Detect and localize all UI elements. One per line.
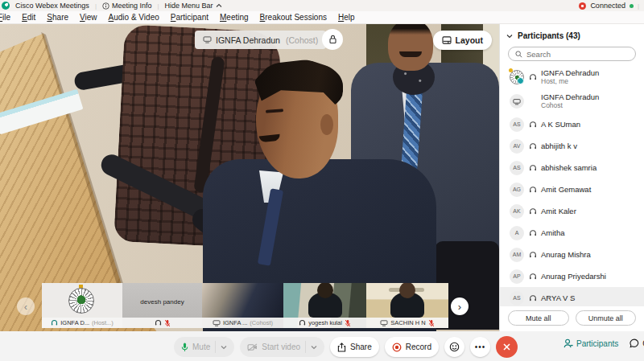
webex-logo-icon bbox=[2, 2, 10, 10]
participant-row[interactable]: AP Anurag Priyedarshi bbox=[500, 265, 644, 287]
lock-icon bbox=[328, 35, 337, 44]
info-icon bbox=[102, 2, 109, 10]
chevron-down-icon[interactable] bbox=[311, 345, 317, 350]
chevron-down-icon[interactable] bbox=[221, 345, 227, 350]
participant-row[interactable]: AM Anurag Mishra bbox=[500, 244, 644, 265]
menu-participant[interactable]: Participant bbox=[165, 13, 214, 22]
participant-avatar: AP bbox=[510, 269, 524, 284]
participants-panel: Participants (43) Search IGNFA DehradunH… bbox=[499, 24, 644, 331]
titlebar-separator: | bbox=[157, 2, 159, 10]
participant-search-input[interactable]: Search bbox=[508, 47, 636, 61]
participant-row[interactable]: AK Amit Kaler bbox=[500, 200, 644, 222]
filmstrip-prev-button[interactable]: ‹ bbox=[17, 297, 35, 315]
video-thumbnail[interactable]: yogesh kulal bbox=[283, 283, 366, 328]
chevron-up-icon bbox=[216, 3, 222, 8]
menu-breakout-sessions[interactable]: Breakout Sessions bbox=[254, 13, 332, 22]
thumbnail-label: SACHIN H N bbox=[366, 318, 448, 328]
video-device-icon bbox=[380, 320, 388, 326]
headset-icon bbox=[529, 73, 537, 81]
thumbnail-label: yogesh kulal bbox=[283, 318, 366, 328]
menu-help[interactable]: Help bbox=[332, 13, 361, 22]
menu-bar: File Edit Share View Audio & Video Parti… bbox=[0, 11, 644, 24]
participant-list: IGNFA DehradunHost, me IGNFA DehradunCoh… bbox=[500, 65, 644, 306]
share-button[interactable]: Share bbox=[330, 337, 379, 357]
participant-row[interactable]: A Amitha bbox=[500, 222, 644, 244]
headset-icon bbox=[529, 273, 537, 281]
connection-status: Connected bbox=[590, 2, 625, 10]
filmstrip-next-button[interactable]: › bbox=[451, 297, 469, 315]
participant-row[interactable]: IGNFA DehradunCohost bbox=[500, 89, 644, 113]
layout-button[interactable]: Layout bbox=[433, 31, 492, 50]
menu-view[interactable]: View bbox=[74, 13, 103, 22]
participant-avatar: AS bbox=[510, 117, 524, 132]
headset-icon bbox=[529, 294, 537, 302]
participant-avatar bbox=[510, 94, 524, 109]
participant-row[interactable]: AS A K SUman bbox=[500, 113, 644, 135]
participant-avatar bbox=[510, 70, 524, 84]
video-thumbnail[interactable]: IGNFA ... (Cohost) bbox=[202, 283, 283, 328]
muted-mic-icon bbox=[428, 319, 435, 327]
titlebar-status: Connected | bbox=[579, 2, 639, 10]
headset-icon bbox=[51, 319, 58, 326]
headset-icon bbox=[529, 229, 537, 237]
video-thumbnail[interactable]: SACHIN H N bbox=[366, 283, 448, 328]
start-video-button[interactable]: Start video bbox=[240, 337, 324, 357]
participants-toggle-button[interactable]: Participants bbox=[564, 338, 618, 348]
chat-toggle-button[interactable]: Chat bbox=[630, 338, 644, 348]
mute-button[interactable]: Mute bbox=[174, 337, 234, 357]
headset-icon bbox=[529, 142, 537, 150]
ellipsis-icon: ••• bbox=[475, 343, 486, 351]
muted-mic-icon bbox=[345, 319, 351, 327]
titlebar-separator: | bbox=[638, 2, 639, 10]
participant-avatar: A bbox=[510, 226, 524, 240]
participant-row[interactable]: AS abhishek samria bbox=[500, 157, 644, 178]
headset-icon bbox=[299, 319, 306, 326]
titlebar-separator: | bbox=[95, 2, 97, 10]
divider bbox=[305, 341, 306, 353]
participant-avatar: AK bbox=[510, 204, 524, 219]
record-button[interactable]: Record bbox=[385, 337, 439, 357]
headset-icon bbox=[529, 164, 537, 172]
person-main-speaker bbox=[320, 114, 333, 135]
participant-row[interactable]: AG Amit Gemawat bbox=[500, 178, 644, 200]
more-options-button[interactable]: ••• bbox=[470, 337, 490, 357]
menu-edit[interactable]: Edit bbox=[16, 13, 41, 22]
participant-row[interactable]: AS ARYA V S bbox=[500, 287, 644, 306]
menu-file[interactable]: File bbox=[0, 13, 16, 22]
control-bar: Mute Start video Share Record ••• bbox=[0, 331, 644, 361]
lock-button[interactable] bbox=[322, 29, 343, 50]
leave-meeting-button[interactable] bbox=[496, 336, 518, 358]
menu-audio-video[interactable]: Audio & Video bbox=[103, 13, 165, 22]
unmute-all-button[interactable]: Unmute all bbox=[576, 310, 637, 326]
recording-indicator-icon bbox=[579, 2, 586, 10]
participants-panel-header[interactable]: Participants (43) bbox=[500, 24, 644, 44]
person-silhouette bbox=[390, 292, 424, 318]
hide-menu-bar-button[interactable]: Hide Menu Bar bbox=[165, 2, 222, 10]
thumbnail-center-name: devesh pandey bbox=[122, 298, 202, 306]
room-device-icon bbox=[513, 98, 521, 105]
control-bar-center: Mute Start video Share Record ••• bbox=[174, 336, 518, 358]
main-video: IGNFA Dehradun (Cohost) Layout ‹ IGNFA D… bbox=[0, 24, 499, 331]
person-background bbox=[399, 51, 422, 57]
video-thumbnail[interactable]: IGNFA D... (Host...) bbox=[42, 283, 122, 328]
headset-icon bbox=[529, 251, 537, 259]
control-bar-right: Participants Chat bbox=[564, 338, 644, 348]
close-icon bbox=[502, 343, 511, 351]
participant-avatar: AG bbox=[510, 183, 524, 197]
menu-meeting[interactable]: Meeting bbox=[214, 13, 254, 22]
meeting-info-button[interactable]: Meeting Info bbox=[102, 2, 152, 10]
mute-all-button[interactable]: Mute all bbox=[508, 310, 569, 326]
title-bar: Cisco Webex Meetings | Meeting Info | Hi… bbox=[0, 0, 644, 11]
thumbnail-label bbox=[122, 318, 202, 328]
video-thumbnail[interactable]: devesh pandey bbox=[122, 283, 202, 328]
panel-actions: Mute all Unmute all bbox=[500, 306, 644, 331]
participant-row[interactable]: IGNFA DehradunHost, me bbox=[500, 65, 644, 89]
search-icon bbox=[515, 51, 522, 58]
headset-icon bbox=[155, 319, 162, 326]
app-title: Cisco Webex Meetings bbox=[15, 2, 89, 10]
reactions-button[interactable] bbox=[444, 337, 464, 357]
participant-row[interactable]: AV abhijith k v bbox=[500, 135, 644, 157]
menu-share[interactable]: Share bbox=[41, 13, 74, 22]
participants-icon bbox=[564, 338, 573, 348]
thumbnail-label: IGNFA ... (Cohost) bbox=[202, 318, 283, 328]
